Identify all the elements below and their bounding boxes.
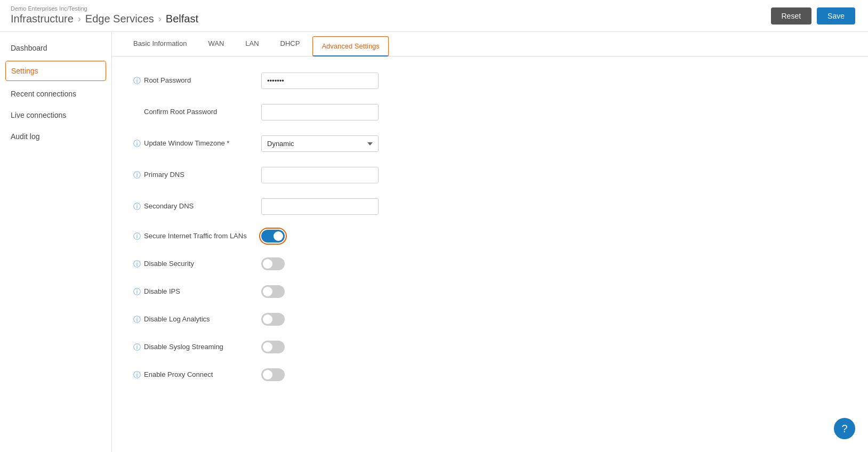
main-layout: Dashboard Settings Recent connections Li…: [0, 32, 868, 452]
content-area: Basic Information WAN LAN DHCP Advanced …: [112, 32, 868, 452]
disable-ips-slider: [261, 285, 285, 298]
secondary-dns-info-icon[interactable]: ⓘ: [133, 202, 141, 212]
confirm-root-password-label: Confirm Root Password: [144, 107, 217, 117]
secondary-dns-row: ⓘ Secondary DNS: [133, 198, 847, 215]
secondary-dns-label: Secondary DNS: [144, 201, 194, 211]
tab-dhcp[interactable]: DHCP: [270, 32, 311, 57]
header-actions: Reset Save: [771, 7, 856, 25]
sidebar-item-audit-log[interactable]: Audit log: [0, 126, 111, 147]
sidebar-item-recent-connections[interactable]: Recent connections: [0, 83, 111, 104]
disable-syslog-streaming-label-group: ⓘ Disable Syslog Streaming: [133, 342, 261, 352]
tab-lan[interactable]: LAN: [235, 32, 269, 57]
primary-dns-label-group: ⓘ Primary DNS: [133, 170, 261, 180]
tab-wan[interactable]: WAN: [197, 32, 235, 57]
save-button[interactable]: Save: [817, 7, 855, 25]
secondary-dns-label-group: ⓘ Secondary DNS: [133, 201, 261, 212]
confirm-root-password-input[interactable]: [261, 104, 379, 120]
breadcrumb-sep-2: ›: [158, 13, 162, 25]
disable-ips-label-group: ⓘ Disable IPS: [133, 287, 261, 297]
disable-syslog-streaming-info-icon[interactable]: ⓘ: [133, 343, 141, 352]
tab-basic-information[interactable]: Basic Information: [123, 32, 197, 57]
help-icon: ?: [841, 423, 847, 435]
sidebar-item-live-connections[interactable]: Live connections: [0, 104, 111, 126]
disable-log-analytics-info-icon[interactable]: ⓘ: [133, 315, 141, 325]
disable-security-label-group: ⓘ Disable Security: [133, 259, 261, 269]
disable-ips-toggle[interactable]: [261, 285, 285, 298]
timezone-info-icon[interactable]: ⓘ: [133, 139, 141, 149]
sidebar: Dashboard Settings Recent connections Li…: [0, 32, 112, 452]
breadcrumb-current: Belfast: [166, 13, 198, 25]
disable-log-analytics-label-group: ⓘ Disable Log Analytics: [133, 314, 261, 325]
timezone-label-group: ⓘ Update Window Timezone *: [133, 139, 261, 149]
secure-internet-traffic-row: ⓘ Secure Internet Traffic from LANs: [133, 230, 847, 243]
sidebar-item-dashboard[interactable]: Dashboard: [0, 37, 111, 59]
disable-security-slider: [261, 257, 285, 270]
disable-ips-row: ⓘ Disable IPS: [133, 285, 847, 298]
org-label: Demo Enterprises Inc/Testing: [11, 5, 857, 12]
disable-log-analytics-label: Disable Log Analytics: [144, 314, 210, 324]
breadcrumb-parent[interactable]: Edge Services: [85, 13, 154, 25]
disable-syslog-streaming-label: Disable Syslog Streaming: [144, 342, 223, 352]
tabs: Basic Information WAN LAN DHCP Advanced …: [112, 32, 868, 57]
root-password-row: ⓘ Root Password: [133, 72, 847, 89]
primary-dns-label: Primary DNS: [144, 170, 184, 180]
disable-syslog-streaming-row: ⓘ Disable Syslog Streaming: [133, 341, 847, 353]
disable-log-analytics-row: ⓘ Disable Log Analytics: [133, 313, 847, 326]
enable-proxy-connect-label: Enable Proxy Connect: [144, 370, 213, 380]
enable-proxy-connect-row: ⓘ Enable Proxy Connect: [133, 368, 847, 381]
enable-proxy-connect-toggle[interactable]: [261, 368, 285, 381]
primary-dns-row: ⓘ Primary DNS: [133, 167, 847, 183]
timezone-label: Update Window Timezone *: [144, 139, 229, 148]
disable-ips-info-icon[interactable]: ⓘ: [133, 287, 141, 297]
disable-syslog-streaming-toggle[interactable]: [261, 341, 285, 353]
reset-button[interactable]: Reset: [771, 7, 812, 25]
disable-security-label: Disable Security: [144, 259, 194, 269]
root-password-info-icon[interactable]: ⓘ: [133, 76, 141, 86]
sidebar-item-settings[interactable]: Settings: [5, 61, 106, 81]
disable-log-analytics-toggle[interactable]: [261, 313, 285, 326]
enable-proxy-connect-info-icon[interactable]: ⓘ: [133, 370, 141, 380]
timezone-row: ⓘ Update Window Timezone * Dynamic Stati…: [133, 135, 847, 152]
primary-dns-info-icon[interactable]: ⓘ: [133, 171, 141, 180]
disable-security-row: ⓘ Disable Security: [133, 257, 847, 270]
timezone-select[interactable]: Dynamic Static Auto: [261, 135, 379, 152]
root-password-label-group: ⓘ Root Password: [133, 76, 261, 86]
root-password-input[interactable]: [261, 72, 379, 89]
secure-internet-traffic-toggle[interactable]: [261, 230, 285, 243]
enable-proxy-connect-label-group: ⓘ Enable Proxy Connect: [133, 370, 261, 380]
breadcrumb: Infrastructure › Edge Services › Belfast: [11, 13, 857, 25]
secure-internet-traffic-label-group: ⓘ Secure Internet Traffic from LANs: [133, 231, 261, 241]
confirm-root-password-label-group: Confirm Root Password: [133, 107, 261, 117]
form-area: ⓘ Root Password Confirm Root Password ⓘ …: [112, 67, 868, 401]
secure-internet-traffic-info-icon[interactable]: ⓘ: [133, 232, 141, 241]
tab-advanced-settings[interactable]: Advanced Settings: [312, 36, 388, 57]
secondary-dns-input[interactable]: [261, 198, 379, 215]
root-password-label: Root Password: [144, 76, 191, 85]
breadcrumb-sep-1: ›: [78, 13, 81, 25]
confirm-root-password-row: Confirm Root Password: [133, 104, 847, 120]
disable-security-toggle[interactable]: [261, 257, 285, 270]
primary-dns-input[interactable]: [261, 167, 379, 183]
top-bar: Demo Enterprises Inc/Testing Infrastruct…: [0, 0, 868, 32]
disable-security-info-icon[interactable]: ⓘ: [133, 260, 141, 269]
help-button[interactable]: ?: [834, 418, 855, 439]
breadcrumb-root[interactable]: Infrastructure: [11, 13, 74, 25]
enable-proxy-connect-slider: [261, 368, 285, 381]
secure-internet-traffic-slider: [261, 230, 285, 243]
disable-log-analytics-slider: [261, 313, 285, 326]
disable-ips-label: Disable IPS: [144, 287, 180, 296]
disable-syslog-streaming-slider: [261, 341, 285, 353]
secure-internet-traffic-label: Secure Internet Traffic from LANs: [144, 231, 247, 241]
